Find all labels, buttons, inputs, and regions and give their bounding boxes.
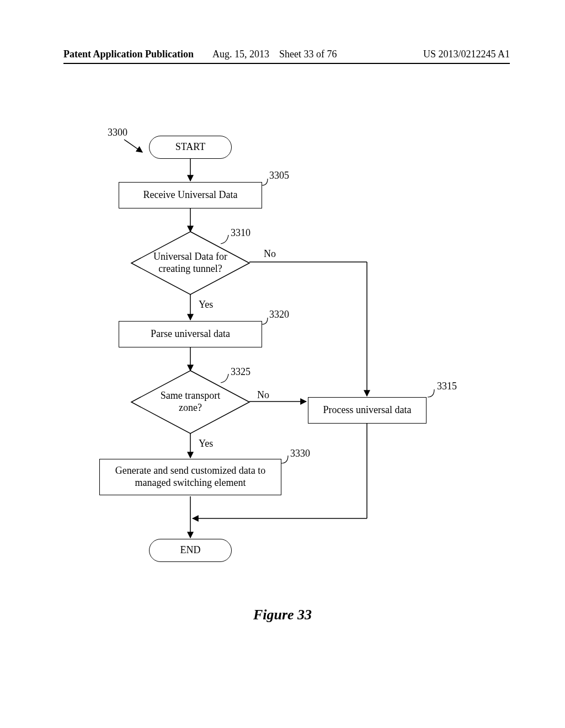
connectors-svg (0, 83, 565, 634)
end-label: END (180, 544, 201, 556)
header-date: Aug. 15, 2013 (212, 49, 269, 60)
header-mid: Aug. 15, 2013 Sheet 33 of 76 (212, 49, 337, 60)
ref-3330: 3330 (290, 448, 310, 459)
no-3325: No (257, 389, 269, 401)
text-3330: Generate and send customized data to man… (100, 465, 281, 489)
text-3310: Universal Data for creating tunnel? (131, 251, 249, 275)
yes-3325: Yes (199, 438, 213, 449)
text-3325: Same transport zone? (131, 390, 249, 414)
ref-3325: 3325 (231, 366, 250, 378)
page-header: Patent Application Publication Aug. 15, … (63, 49, 510, 64)
flowchart-canvas: 3300 START Receive Universal Data 3305 U… (0, 83, 565, 634)
ref-3305: 3305 (269, 170, 289, 181)
yes-3310: Yes (199, 299, 213, 311)
process-3315: Process universal data (308, 397, 427, 424)
header-left: Patent Application Publication (63, 49, 194, 63)
ref-3315: 3315 (437, 381, 457, 392)
end-terminator: END (149, 539, 232, 562)
text-3320: Parse universal data (151, 328, 230, 340)
process-3305: Receive Universal Data (119, 182, 262, 208)
process-3330: Generate and send customized data to man… (99, 459, 281, 495)
process-3320: Parse universal data (119, 321, 262, 347)
start-terminator: START (149, 136, 232, 159)
start-label: START (175, 141, 205, 153)
text-3315: Process universal data (323, 404, 412, 416)
ref-3300: 3300 (108, 127, 127, 138)
no-3310: No (264, 248, 276, 260)
decision-3310: Universal Data for creating tunnel? (131, 232, 249, 295)
header-pubno: US 2013/0212245 A1 (423, 49, 510, 60)
header-sheet: Sheet 33 of 76 (279, 49, 337, 60)
figure-caption: Figure 33 (0, 607, 565, 623)
text-3305: Receive Universal Data (143, 189, 238, 201)
ref-3320: 3320 (269, 309, 289, 320)
svg-line-0 (124, 140, 142, 152)
ref-3310: 3310 (231, 227, 250, 239)
decision-3325: Same transport zone? (131, 371, 249, 433)
